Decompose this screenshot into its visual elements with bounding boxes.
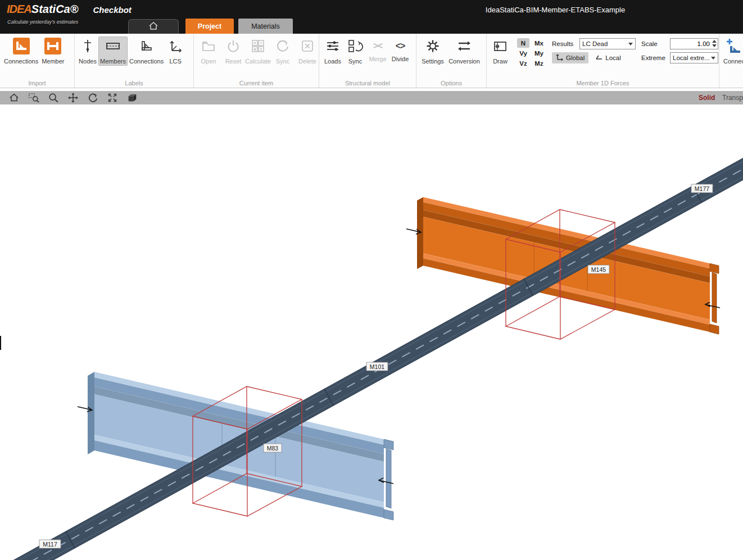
structural-sync-button[interactable]: Sync [344,37,366,66]
ribbon-group-current-item: Open Reset Calculate Sync [194,34,319,88]
results-value: LC Dead [582,40,608,47]
options-settings-label: Settings [422,58,444,65]
tab-materials-label: Materials [251,22,280,30]
grid-refresh-icon [347,38,364,57]
local-button[interactable]: Local [591,52,625,63]
import-member-button[interactable]: Member [40,37,66,66]
force-toggle-mz[interactable]: Mz [532,58,546,68]
folder-icon [200,38,217,57]
extreme-value: Local extre... [673,54,710,61]
view-home-icon[interactable] [8,92,20,104]
options-settings-button[interactable]: Settings [419,37,447,66]
structural-merge-button[interactable]: >< Merge [366,37,389,63]
force-component-grid: N Mx Vy My Vz Mz [517,38,546,68]
local-label: Local [605,54,621,61]
force-toggle-vy[interactable]: Vy [517,48,529,58]
logo-checkbot: Checkbot [93,5,131,15]
labels-nodes-button[interactable]: Nodes [77,37,98,66]
zoom-fit-icon[interactable] [106,92,119,104]
3d-viewport[interactable]: M177 M145 M101 M83 M117 [0,104,743,560]
global-label: Global [566,54,585,61]
options-conversion-button[interactable]: Conversion [447,37,482,66]
scale-input[interactable]: 1.00 [670,38,718,49]
display-mode-transparent[interactable]: Transpa [722,94,743,102]
labels-lcs-label: LCS [169,58,181,65]
sliders-icon [324,38,341,57]
current-open-label: Open [201,58,216,65]
calculator-icon [250,38,266,57]
current-delete-button[interactable]: Delete [295,37,320,66]
structural-sync-label: Sync [348,58,362,65]
member-label-m117: M117 [39,540,61,548]
results-label: Results [552,40,577,47]
pan-icon[interactable] [67,92,79,104]
tab-home[interactable] [128,19,179,34]
display-mode-solid[interactable]: Solid [699,94,715,102]
zoom-icon[interactable] [47,92,60,104]
spinner-arrows-icon[interactable] [712,40,717,47]
structural-loads-button[interactable]: Loads [321,37,344,66]
nodes-icon [79,38,96,57]
structural-divide-button[interactable]: <> Divide [389,37,411,63]
group-label-current-item: Current item [194,80,319,86]
import-connections-button[interactable]: Connections [2,37,40,66]
divide-icon: <> [396,38,405,54]
tab-project[interactable]: Project [185,19,234,34]
group-label-structural-model: Structural model [319,80,416,86]
member-label-m177: M177 [691,184,713,193]
svg-text:M145: M145 [591,266,606,273]
logo-statica: StatiCa® [31,3,79,15]
ribbon-group-structural-model: Loads Sync >< Merge <> Divide Structural… [319,34,416,88]
global-axes-icon [556,53,564,62]
force-toggle-n[interactable]: N [517,38,529,48]
viewport-toolbar: Solid Transpa [0,91,743,104]
forces-draw-button[interactable]: Draw [489,37,511,66]
current-sync-button[interactable]: Sync [270,37,295,66]
force-toggle-vz[interactable]: Vz [517,58,529,68]
labels-connections-button[interactable]: Connections [128,37,165,66]
scale-value: 1.00 [697,40,710,47]
tagline: Calculate yesterday's estimates [7,19,78,25]
conversion-arrows-icon [456,38,473,57]
tab-materials[interactable]: Materials [238,19,293,34]
labels-members-label: Members [100,58,126,65]
home-icon [148,21,158,32]
connect-label: Connec [723,58,743,65]
connect-button[interactable]: Connec [722,37,743,66]
current-reset-button[interactable]: Reset [221,37,246,66]
chevron-down-icon [711,57,715,60]
structural-divide-label: Divide [392,56,409,62]
ribbon-group-import: Connections Member Import [0,34,75,88]
group-label-import: Import [0,80,74,86]
import-member-label: Member [42,58,64,65]
current-open-button[interactable]: Open [196,37,221,66]
local-axes-icon [595,53,603,62]
current-calculate-button[interactable]: Calculate [246,37,270,66]
labels-nodes-label: Nodes [79,58,97,65]
ribbon-group-member-forces: Draw N Mx Vy My Vz Mz Results LC Dead [487,34,719,88]
extreme-label: Extreme [641,54,667,61]
options-conversion-label: Conversion [448,58,480,65]
solid-cube-icon[interactable] [126,92,138,104]
document-title: IdeaStatiCa-BIM-Member-ETABS-Example [486,6,625,14]
member-label-m145: M145 [588,265,609,274]
rotate-icon[interactable] [87,92,99,104]
extreme-dropdown[interactable]: Local extre... [670,52,718,63]
svg-text:M101: M101 [370,363,384,370]
group-label-labels: Labels [75,80,193,86]
app-logo: IDEAStatiCa®Checkbot [7,3,132,16]
group-label-member-forces: Member 1D Forces [487,80,719,86]
force-toggle-mx[interactable]: Mx [532,38,546,48]
title-bar: IDEAStatiCa®Checkbot Calculate yesterday… [0,0,743,34]
results-dropdown[interactable]: LC Dead [579,38,636,49]
labels-connections-label: Connections [129,58,164,65]
tab-project-label: Project [198,22,221,30]
zoom-window-icon[interactable] [28,92,40,104]
member-label-m101: M101 [366,362,388,371]
chevron-down-icon [628,43,633,45]
force-toggle-my[interactable]: My [532,48,546,58]
global-button[interactable]: Global [552,52,588,63]
lcs-axes-icon [167,38,184,57]
labels-members-button[interactable]: Members [98,37,128,66]
labels-lcs-button[interactable]: LCS [165,37,185,66]
